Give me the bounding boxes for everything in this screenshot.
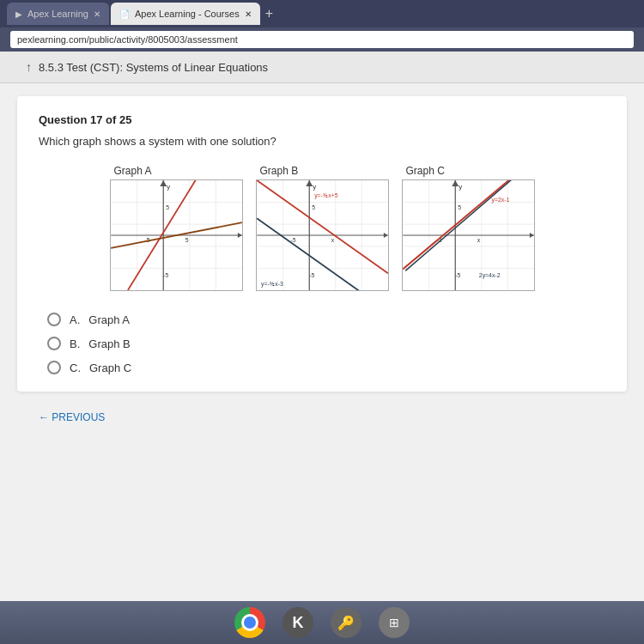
choice-c-text: Graph C	[89, 361, 131, 374]
radio-c[interactable]	[47, 361, 61, 374]
browser-chrome: ▶ Apex Learning ✕ 📄 Apex Learning - Cour…	[0, 0, 644, 52]
radio-b[interactable]	[47, 337, 61, 350]
tab-apex-courses[interactable]: 📄 Apex Learning - Courses ✕	[111, 3, 260, 25]
graph-c-svg: x -5 5 -5 y y=2x-1 2y=4x-2	[403, 180, 534, 290]
radio-a[interactable]	[47, 313, 61, 326]
answer-choices: A. Graph A B. Graph B C. Graph C	[47, 313, 605, 374]
tab-favicon-1: ▶	[15, 9, 22, 19]
svg-marker-10	[237, 233, 241, 238]
svg-text:-5: -5	[163, 272, 168, 278]
svg-text:5: 5	[166, 204, 169, 210]
svg-text:-5: -5	[309, 272, 314, 278]
url-input[interactable]: pexlearning.com/public/activity/8005003/…	[10, 31, 634, 48]
graphs-container: Graph A	[39, 165, 605, 291]
svg-text:5: 5	[312, 204, 315, 210]
choice-b-letter: B.	[70, 337, 80, 350]
tab2-close[interactable]: ✕	[245, 9, 252, 19]
choice-a[interactable]: A. Graph A	[47, 313, 605, 326]
graph-c: x -5 5 -5 y y=2x-1 2y=4x-2	[402, 179, 535, 291]
graph-b-svg: x -5 5 -5 y y=-³⁄₂x+5 y=-³⁄₂x-3	[257, 180, 388, 290]
breadcrumb: 8.5.3 Test (CST): Systems of Linear Equa…	[39, 61, 268, 74]
new-tab-button[interactable]: +	[265, 6, 273, 21]
question-text: Which graph shows a system with one solu…	[39, 135, 605, 148]
graph-c-wrapper: Graph C	[402, 165, 535, 291]
graph-a-wrapper: Graph A	[110, 165, 243, 291]
browser-address-bar: pexlearning.com/public/activity/8005003/…	[0, 27, 644, 52]
graph-b-label: Graph B	[260, 165, 299, 177]
graph-a-svg: 5 -5 5 -5 y	[111, 180, 242, 290]
taskbar: K 🔑 ⊞	[0, 601, 644, 644]
files-taskbar-icon[interactable]: 🔑	[331, 607, 361, 638]
graph-b-wrapper: Graph B	[256, 165, 389, 291]
svg-text:y=-³⁄₂x-3: y=-³⁄₂x-3	[261, 281, 283, 288]
graph-a-label: Graph A	[114, 165, 152, 177]
previous-button[interactable]: ← PREVIOUS	[39, 411, 605, 423]
content-area: ↑ 8.5.3 Test (CST): Systems of Linear Eq…	[0, 52, 644, 601]
tab1-close[interactable]: ✕	[94, 9, 100, 19]
question-number: Question 17 of 25	[39, 113, 605, 126]
graph-b: x -5 5 -5 y y=-³⁄₂x+5 y=-³⁄₂x-3	[256, 179, 389, 291]
svg-text:x: x	[331, 237, 334, 243]
choice-c[interactable]: C. Graph C	[47, 361, 605, 374]
graph-c-label: Graph C	[406, 165, 445, 177]
svg-text:y: y	[313, 183, 316, 191]
tab-favicon-2: 📄	[119, 9, 130, 19]
choice-b-text: Graph B	[88, 337, 130, 350]
question-area: Question 17 of 25 Which graph shows a sy…	[17, 96, 627, 392]
svg-marker-30	[306, 180, 313, 186]
tab2-label: Apex Learning - Courses	[135, 9, 240, 19]
svg-marker-11	[160, 180, 167, 186]
svg-text:5: 5	[458, 204, 461, 210]
choice-a-letter: A.	[70, 313, 80, 326]
svg-line-58	[405, 180, 532, 270]
screen-taskbar-icon[interactable]: ⊞	[379, 607, 410, 638]
k-taskbar-icon[interactable]: K	[283, 607, 313, 638]
svg-text:y=-³⁄₂x+5: y=-³⁄₂x+5	[314, 192, 338, 199]
choice-a-text: Graph A	[88, 313, 130, 326]
chrome-taskbar-icon[interactable]	[234, 607, 265, 638]
tab-apex-learning[interactable]: ▶ Apex Learning ✕	[7, 3, 109, 25]
graph-a: 5 -5 5 -5 y	[110, 179, 243, 291]
svg-text:-5: -5	[455, 272, 460, 278]
svg-text:y: y	[459, 183, 462, 191]
page-header: ↑ 8.5.3 Test (CST): Systems of Linear Eq…	[0, 52, 644, 83]
svg-text:-5: -5	[290, 237, 295, 243]
breadcrumb-icon: ↑	[26, 60, 32, 74]
tab1-label: Apex Learning	[27, 9, 88, 19]
nav-area: ← PREVIOUS	[0, 404, 644, 430]
svg-text:y: y	[167, 183, 170, 191]
svg-text:2y=4x-2: 2y=4x-2	[478, 272, 500, 279]
svg-marker-29	[383, 233, 387, 238]
svg-line-37	[257, 218, 388, 290]
svg-marker-51	[452, 180, 459, 186]
choice-c-letter: C.	[70, 361, 81, 374]
choice-b[interactable]: B. Graph B	[47, 337, 605, 350]
url-text: pexlearning.com/public/activity/8005003/…	[17, 34, 238, 45]
svg-marker-50	[529, 233, 533, 238]
browser-tabs: ▶ Apex Learning ✕ 📄 Apex Learning - Cour…	[0, 0, 644, 27]
svg-text:5: 5	[185, 237, 188, 243]
svg-text:x: x	[477, 237, 480, 243]
svg-text:y=2x-1: y=2x-1	[491, 197, 509, 204]
